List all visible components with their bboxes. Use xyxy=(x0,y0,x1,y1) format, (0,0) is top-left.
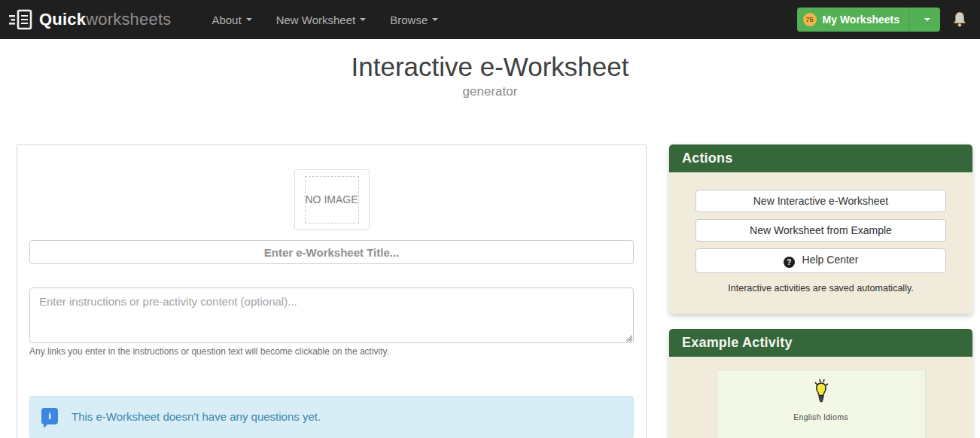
chevron-down-icon xyxy=(432,18,438,21)
my-worksheets-label: My Worksheets xyxy=(823,14,899,26)
nav-item-new-worksheet-label: New Worksheet xyxy=(276,14,356,26)
nav-item-browse-label: Browse xyxy=(390,14,428,26)
my-worksheets-button-group: 75 My Worksheets xyxy=(797,8,940,32)
chevron-down-icon xyxy=(246,18,252,21)
info-icon: i xyxy=(41,408,58,424)
no-questions-alert: i This e-Worksheet doesn't have any ques… xyxy=(29,396,634,438)
no-image-label: NO IMAGE xyxy=(305,176,359,224)
instructions-textarea[interactable] xyxy=(29,287,634,343)
worksheet-image-placeholder[interactable]: NO IMAGE xyxy=(294,169,370,230)
worksheet-title-input[interactable] xyxy=(29,240,634,264)
question-mark-icon: ? xyxy=(784,257,795,268)
my-worksheets-dropdown-toggle[interactable] xyxy=(909,8,940,32)
new-worksheet-from-example-button[interactable]: New Worksheet from Example xyxy=(695,219,946,242)
sidebar: Actions New Interactive e-Worksheet New … xyxy=(669,144,972,438)
example-activity-panel-title: Example Activity xyxy=(669,329,972,357)
lightbulb-icon xyxy=(805,397,838,409)
worksheet-document-icon xyxy=(9,9,34,30)
example-activity-thumbnail[interactable]: English Idioms xyxy=(717,370,926,438)
page: Quickworksheets About New Worksheet Brow… xyxy=(0,0,980,438)
example-activity-panel: Example Activity xyxy=(669,329,972,438)
help-center-button[interactable]: ? Help Center xyxy=(695,248,946,273)
notifications-bell-icon[interactable] xyxy=(951,11,968,29)
worksheet-editor-card: NO IMAGE Any links you enter in the inst… xyxy=(17,144,647,438)
actions-panel-title: Actions xyxy=(669,144,972,172)
nav-item-about[interactable]: About xyxy=(199,2,263,38)
help-center-label: Help Center xyxy=(802,254,859,266)
example-activity-label: English Idioms xyxy=(717,412,925,421)
page-header: Interactive e-Worksheet generator xyxy=(0,52,980,99)
brand-name: Quickworksheets xyxy=(39,10,171,29)
navbar-right: 75 My Worksheets xyxy=(797,8,972,32)
links-helper-text: Any links you enter in the instructions … xyxy=(29,346,634,357)
actions-panel-body: New Interactive e-Worksheet New Workshee… xyxy=(669,172,972,314)
new-interactive-eworksheet-button[interactable]: New Interactive e-Worksheet xyxy=(695,190,946,212)
example-activity-panel-body: English Idioms xyxy=(669,357,972,438)
page-subtitle: generator xyxy=(0,84,980,99)
actions-panel: Actions New Interactive e-Worksheet New … xyxy=(669,144,972,314)
instructions-wrapper xyxy=(29,287,634,343)
chevron-down-icon xyxy=(360,18,366,21)
nav-item-browse[interactable]: Browse xyxy=(378,2,450,38)
chevron-down-icon xyxy=(924,18,930,21)
autosave-note: Interactive activities are saved automat… xyxy=(695,283,946,294)
page-title: Interactive e-Worksheet xyxy=(0,52,980,82)
nav-links: About New Worksheet Browse xyxy=(199,2,450,38)
no-questions-alert-text: This e-Worksheet doesn't have any questi… xyxy=(72,410,321,423)
top-navbar: Quickworksheets About New Worksheet Brow… xyxy=(0,0,980,39)
content: NO IMAGE Any links you enter in the inst… xyxy=(0,144,980,438)
nav-item-new-worksheet[interactable]: New Worksheet xyxy=(264,2,379,38)
my-worksheets-button[interactable]: 75 My Worksheets xyxy=(797,8,909,32)
nav-item-about-label: About xyxy=(212,14,241,26)
brand-home-link[interactable]: Quickworksheets xyxy=(9,9,171,30)
worksheet-count-badge: 75 xyxy=(803,13,817,26)
